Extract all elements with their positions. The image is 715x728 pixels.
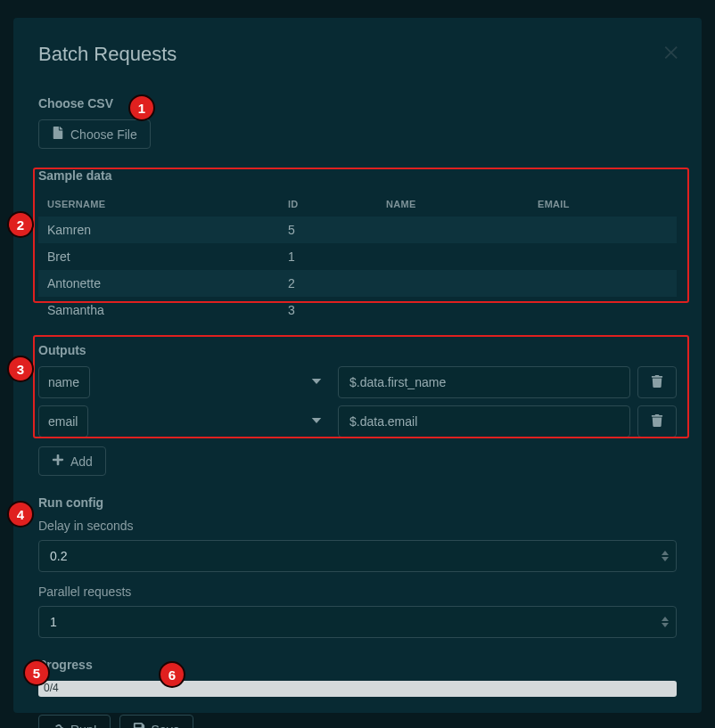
number-spinner[interactable]	[659, 546, 671, 566]
parallel-input[interactable]	[38, 606, 677, 638]
run-config-heading: Run config	[38, 495, 677, 510]
table-row: Bret 1	[38, 243, 677, 270]
table-row: Antonette 2	[38, 270, 677, 297]
progress-bar: 0/4	[38, 681, 677, 697]
outputs-section: Outputs name emai	[38, 343, 677, 476]
plus-icon	[52, 454, 64, 469]
choose-csv-section: Choose CSV Choose File	[38, 96, 677, 149]
delay-label: Delay in seconds	[38, 519, 677, 533]
choose-file-label: Choose File	[70, 127, 137, 142]
col-id: ID	[279, 192, 377, 217]
output-field-select[interactable]: email	[38, 405, 88, 438]
trash-icon	[651, 375, 663, 390]
run-button[interactable]: Run!	[38, 715, 111, 728]
progress-section: Progress 0/4	[38, 658, 677, 697]
outputs-heading: Outputs	[38, 343, 677, 357]
progress-label: 0/4	[44, 682, 59, 694]
output-field-select[interactable]: name	[38, 366, 90, 398]
trash-icon	[651, 414, 663, 429]
chevron-down-icon	[311, 414, 322, 429]
table-row: Kamren 5	[38, 217, 677, 243]
output-delete-button[interactable]	[637, 405, 677, 438]
col-name: NAME	[377, 192, 529, 217]
col-username: USERNAME	[38, 192, 279, 217]
parallel-label: Parallel requests	[38, 585, 677, 599]
col-email: EMAIL	[529, 192, 677, 217]
delay-input[interactable]	[38, 540, 677, 572]
sample-data-heading: Sample data	[38, 168, 677, 183]
chevron-down-icon	[311, 375, 322, 389]
number-spinner[interactable]	[659, 612, 671, 632]
close-icon[interactable]	[662, 43, 682, 62]
choose-csv-heading: Choose CSV	[38, 96, 677, 110]
sample-data-table: USERNAME ID NAME EMAIL Kamren 5 Bret 1	[38, 192, 677, 323]
batch-requests-modal: Batch Requests Choose CSV Choose File Sa…	[13, 18, 702, 713]
add-output-button[interactable]: Add	[38, 446, 106, 476]
file-icon	[52, 127, 64, 142]
sample-data-section: Sample data USERNAME ID NAME EMAIL Kamre…	[38, 168, 677, 323]
run-config-section: Run config Delay in seconds Parallel req…	[38, 495, 677, 638]
run-label: Run!	[70, 723, 97, 729]
run-icon	[52, 722, 64, 728]
save-button[interactable]: Save	[119, 715, 193, 728]
add-output-label: Add	[70, 454, 93, 469]
output-expression-input[interactable]	[338, 366, 630, 398]
action-buttons: Run! Save	[38, 715, 677, 728]
output-row: name	[38, 366, 677, 398]
save-label: Save	[152, 723, 180, 729]
output-row: email	[38, 405, 677, 438]
output-delete-button[interactable]	[637, 366, 677, 398]
table-row: Samantha 3	[38, 297, 677, 323]
modal-title: Batch Requests	[38, 43, 677, 66]
progress-heading: Progress	[38, 658, 677, 672]
choose-file-button[interactable]: Choose File	[38, 119, 151, 149]
output-expression-input[interactable]	[338, 405, 630, 438]
save-icon	[133, 722, 145, 728]
